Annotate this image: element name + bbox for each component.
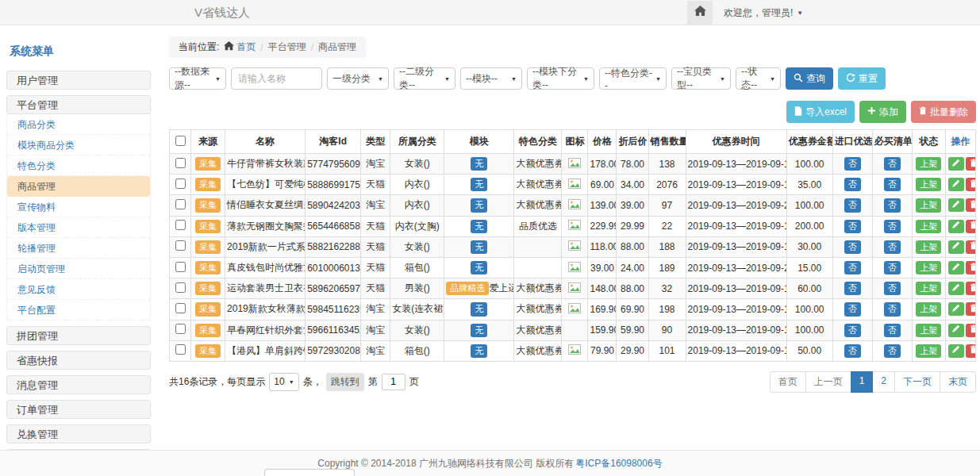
row-checkbox[interactable] [175, 158, 186, 168]
must-buy-toggle-badge[interactable]: 否 [884, 220, 901, 233]
filter-select[interactable]: --模块下分类--▼ [527, 67, 594, 90]
sidebar-item[interactable]: 模块商品分类 [7, 135, 150, 155]
row-checkbox[interactable] [175, 303, 186, 313]
icp-link[interactable]: 粤ICP备16098006号 [575, 457, 662, 470]
delete-button[interactable] [966, 261, 976, 274]
select-all-checkbox[interactable] [175, 136, 186, 146]
delete-button[interactable] [966, 220, 976, 233]
status-badge[interactable]: 上架 [916, 240, 941, 254]
imported-toggle-badge[interactable]: 否 [844, 261, 861, 274]
delete-button[interactable] [966, 344, 976, 358]
sidebar-group[interactable]: 订单管理 [6, 400, 151, 419]
reset-button[interactable]: 重置 [838, 67, 886, 90]
imported-toggle-badge[interactable]: 否 [844, 302, 861, 316]
status-badge[interactable]: 上架 [916, 344, 941, 358]
delete-button[interactable] [966, 282, 976, 295]
imported-toggle-badge[interactable]: 否 [844, 344, 861, 358]
user-menu[interactable]: 欢迎您，管理员! ▼ [724, 6, 803, 20]
module-badge[interactable]: 无 [471, 178, 487, 191]
sidebar-item[interactable]: 商品分类 [7, 114, 150, 135]
sidebar-group[interactable]: 省惠快报 [6, 351, 151, 370]
sidebar-item[interactable]: 商品管理 [7, 176, 150, 197]
must-buy-toggle-badge[interactable]: 否 [884, 178, 901, 191]
must-buy-toggle-badge[interactable]: 否 [884, 324, 901, 337]
imported-toggle-badge[interactable]: 否 [844, 178, 861, 191]
search-button[interactable]: 查询 [786, 67, 833, 90]
page-button[interactable]: 首页 [770, 371, 806, 393]
imported-toggle-badge[interactable]: 否 [844, 324, 861, 337]
edit-button[interactable] [948, 261, 964, 274]
imported-toggle-badge[interactable]: 否 [844, 220, 861, 233]
sidebar-group[interactable]: 消息管理 [6, 375, 151, 394]
edit-button[interactable] [948, 240, 964, 254]
filter-select[interactable]: --宝贝类型--▼ [671, 67, 731, 90]
delete-button[interactable] [966, 178, 976, 191]
delete-button[interactable] [966, 157, 976, 171]
batch-delete-button[interactable]: 批量删除 [911, 101, 976, 123]
status-badge[interactable]: 上架 [916, 198, 941, 212]
filter-select[interactable]: --特色分类--▼ [599, 67, 667, 90]
edit-button[interactable] [948, 157, 964, 171]
jump-button[interactable]: 跳转到 [326, 373, 364, 391]
module-badge[interactable]: 无 [471, 220, 487, 233]
must-buy-toggle-badge[interactable]: 否 [884, 198, 901, 212]
module-badge[interactable]: 无 [471, 302, 487, 316]
module-badge[interactable]: 无 [471, 261, 487, 274]
module-badge[interactable]: 无 [471, 324, 487, 337]
edit-button[interactable] [948, 344, 964, 358]
row-checkbox[interactable] [175, 199, 186, 209]
row-checkbox[interactable] [175, 344, 186, 355]
module-badge[interactable]: 无 [471, 198, 487, 212]
breadcrumb-home-link[interactable]: 首页 [224, 40, 256, 54]
edit-button[interactable] [948, 324, 964, 337]
row-checkbox[interactable] [175, 178, 186, 189]
module-badge[interactable]: 无 [471, 344, 487, 358]
page-button[interactable]: 末页 [940, 371, 976, 393]
filter-select[interactable]: 一级分类▼ [327, 67, 389, 90]
delete-button[interactable] [966, 324, 976, 337]
filter-select[interactable]: --二级分类--▼ [394, 67, 455, 90]
import-excel-button[interactable]: 导入excel [786, 101, 855, 123]
page-button[interactable]: 1 [851, 371, 874, 393]
row-checkbox[interactable] [175, 282, 186, 293]
page-button[interactable]: 下一页 [894, 371, 940, 393]
data-source-select[interactable]: --数据来源--▼ [169, 67, 226, 90]
must-buy-toggle-badge[interactable]: 否 [884, 157, 901, 171]
row-checkbox[interactable] [175, 240, 186, 251]
edit-button[interactable] [948, 178, 964, 191]
status-badge[interactable]: 上架 [916, 282, 941, 295]
row-checkbox[interactable] [175, 262, 186, 272]
edit-button[interactable] [948, 302, 964, 316]
imported-toggle-badge[interactable]: 否 [844, 157, 861, 171]
home-button[interactable] [687, 1, 713, 25]
row-checkbox[interactable] [175, 324, 186, 334]
page-button[interactable]: 2 [872, 371, 895, 393]
edit-button[interactable] [948, 198, 964, 212]
must-buy-toggle-badge[interactable]: 否 [884, 282, 901, 295]
sidebar-item[interactable]: 版本管理 [7, 217, 150, 238]
imported-toggle-badge[interactable]: 否 [844, 198, 861, 212]
sidebar-group[interactable]: 平台管理 [6, 95, 151, 114]
edit-button[interactable] [948, 282, 964, 295]
sidebar-group[interactable]: 兑换管理 [6, 424, 151, 443]
module-badge[interactable]: 无 [471, 157, 487, 171]
delete-button[interactable] [966, 302, 976, 316]
delete-button[interactable] [966, 240, 976, 254]
module-badge[interactable]: 品牌精选 [446, 282, 489, 295]
name-search-input[interactable] [231, 67, 322, 90]
page-number-input[interactable] [382, 374, 405, 390]
sidebar-group[interactable]: 拼团管理 [6, 326, 151, 345]
sidebar-group[interactable]: 用户管理 [6, 71, 151, 90]
sidebar-item[interactable]: 宣传物料 [7, 197, 150, 217]
module-badge[interactable]: 无 [471, 240, 487, 254]
filter-select[interactable]: --模块--▼ [460, 67, 522, 90]
edit-button[interactable] [948, 220, 964, 233]
status-badge[interactable]: 上架 [916, 324, 941, 337]
imported-toggle-badge[interactable]: 否 [844, 240, 861, 254]
must-buy-toggle-badge[interactable]: 否 [884, 261, 901, 274]
must-buy-toggle-badge[interactable]: 否 [884, 344, 901, 358]
must-buy-toggle-badge[interactable]: 否 [884, 240, 901, 254]
page-button[interactable]: 上一页 [805, 371, 851, 393]
sidebar-item[interactable]: 意见反馈 [7, 279, 150, 300]
status-badge[interactable]: 上架 [916, 220, 941, 233]
